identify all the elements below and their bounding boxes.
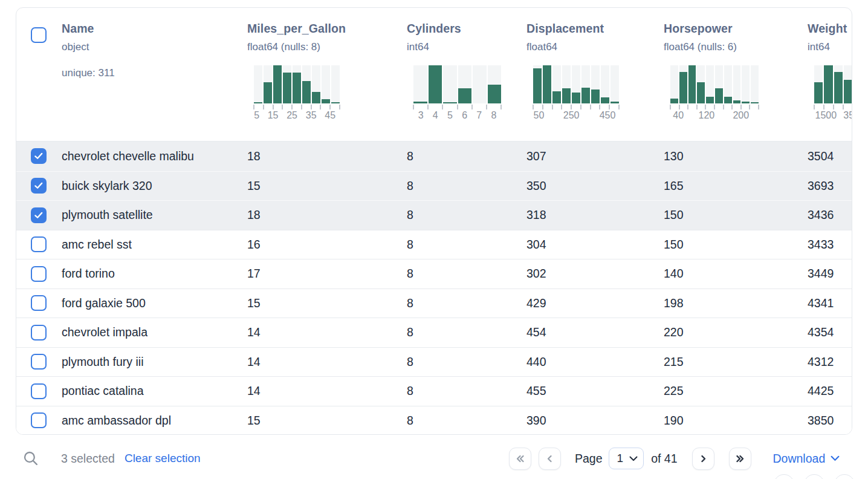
cell-weight: 3436 — [808, 201, 852, 230]
horsepower-histogram: 40120200 — [670, 65, 759, 122]
row-checkbox[interactable] — [31, 412, 47, 428]
mpg-histogram: 515253545 — [254, 65, 340, 122]
cell-horsepower: 225 — [664, 377, 808, 406]
download-button[interactable]: Download — [773, 452, 840, 466]
cell-horsepower: 220 — [664, 318, 808, 347]
row-name-cell: plymouth fury iii — [16, 348, 247, 377]
column-type: object — [62, 41, 115, 53]
column-title: Miles_per_Gallon — [247, 21, 407, 36]
cell-cylinders: 8 — [407, 318, 526, 347]
row-name: amc rebel sst — [62, 238, 132, 252]
table-row[interactable]: buick skylark 320 15 8 350 165 3693 — [16, 171, 852, 201]
row-checkbox[interactable] — [31, 383, 47, 399]
cell-weight: 3693 — [808, 172, 852, 201]
header-cell-name: Name object unique: 311 — [16, 8, 247, 141]
row-checkbox[interactable] — [31, 148, 47, 164]
row-name-cell: ford torino — [16, 259, 247, 288]
clear-selection-link[interactable]: Clear selection — [125, 452, 201, 465]
select-all-checkbox[interactable] — [31, 27, 47, 43]
header-cell-weight: Weight int64 15003500 — [808, 8, 852, 141]
cell-weight: 4425 — [808, 377, 852, 406]
cell-cylinders: 8 — [407, 142, 526, 171]
column-title: Weight — [808, 21, 852, 36]
column-title: Horsepower — [664, 21, 808, 36]
cell-displacement: 350 — [526, 172, 664, 201]
column-type: float64 (nulls: 6) — [664, 41, 808, 53]
table-row[interactable]: chevrolet impala 14 8 454 220 4354 — [16, 318, 852, 347]
cell-cylinders: 8 — [407, 406, 526, 435]
row-name: plymouth satellite — [62, 208, 153, 222]
cell-horsepower: 140 — [664, 259, 808, 288]
row-name-cell: chevrolet chevelle malibu — [16, 142, 247, 171]
cell-horsepower: 215 — [664, 348, 808, 377]
column-title: Displacement — [526, 21, 664, 36]
table-card: Name object unique: 311 Miles_per_Gallon… — [16, 7, 852, 435]
table-row[interactable]: plymouth satellite 18 8 318 150 3436 — [16, 200, 852, 230]
cell-horsepower: 165 — [664, 172, 808, 201]
row-name-cell: plymouth satellite — [16, 201, 247, 230]
hidden-action-button[interactable] — [804, 474, 824, 479]
check-icon — [33, 210, 44, 221]
search-icon[interactable] — [23, 451, 39, 467]
page-total-label: of 41 — [651, 452, 677, 466]
page-select[interactable]: 1 — [609, 448, 644, 469]
chevron-left-icon — [544, 453, 555, 464]
page-select-value: 1 — [617, 452, 624, 465]
cell-displacement: 302 — [526, 259, 664, 288]
pagination: Page 1 of 41 Download — [509, 443, 840, 474]
hidden-action-button[interactable] — [774, 474, 794, 479]
next-page-button[interactable] — [692, 448, 714, 470]
row-checkbox[interactable] — [31, 178, 47, 194]
cell-mpg: 15 — [247, 406, 407, 435]
table-row[interactable]: chevrolet chevelle malibu 18 8 307 130 3… — [16, 142, 852, 171]
footer-selection: 3 selected Clear selection — [23, 443, 201, 474]
check-icon — [33, 151, 44, 161]
download-label: Download — [773, 452, 826, 466]
table-row[interactable]: ford torino 17 8 302 140 3449 — [16, 259, 852, 288]
table-row[interactable]: ford galaxie 500 15 8 429 198 4341 — [16, 288, 852, 318]
selected-count: 3 selected — [61, 452, 115, 466]
cell-displacement: 455 — [526, 377, 664, 406]
hidden-action-button[interactable] — [834, 474, 855, 479]
row-name: ford torino — [62, 267, 115, 281]
cell-displacement: 304 — [526, 230, 664, 259]
page-label: Page — [575, 452, 603, 466]
row-checkbox[interactable] — [31, 354, 47, 370]
first-page-button[interactable] — [509, 448, 531, 470]
column-type: float64 (nulls: 8) — [247, 41, 407, 53]
data-table-widget: Name object unique: 311 Miles_per_Gallon… — [0, 0, 868, 479]
header-cell-mpg: Miles_per_Gallon float64 (nulls: 8) 5152… — [247, 8, 407, 141]
row-name: ford galaxie 500 — [62, 296, 146, 310]
cell-mpg: 18 — [247, 201, 407, 230]
table-row[interactable]: amc ambassador dpl 15 8 390 190 3850 — [16, 406, 852, 435]
cell-horsepower: 130 — [664, 142, 808, 171]
check-icon — [33, 180, 44, 191]
chevrons-left-icon — [514, 453, 526, 464]
cell-weight: 3504 — [808, 142, 852, 171]
table-row[interactable]: plymouth fury iii 14 8 440 215 4312 — [16, 347, 852, 377]
cell-mpg: 14 — [247, 377, 407, 406]
cell-cylinders: 8 — [407, 348, 526, 377]
weight-histogram: 15003500 — [814, 65, 852, 122]
row-checkbox[interactable] — [31, 236, 47, 252]
row-checkbox[interactable] — [31, 266, 47, 282]
cell-cylinders: 8 — [407, 377, 526, 406]
row-checkbox[interactable] — [31, 207, 47, 223]
cell-mpg: 16 — [247, 230, 407, 259]
row-name-cell: amc ambassador dpl — [16, 406, 247, 435]
cell-mpg: 17 — [247, 259, 407, 288]
displacement-histogram: 50250450 — [533, 65, 619, 122]
cell-displacement: 390 — [526, 406, 664, 435]
table-row[interactable]: amc rebel sst 16 8 304 150 3433 — [16, 230, 852, 259]
row-checkbox[interactable] — [31, 295, 47, 311]
last-page-button[interactable] — [729, 448, 751, 470]
row-checkbox[interactable] — [31, 325, 47, 341]
cell-displacement: 440 — [526, 348, 664, 377]
prev-page-button[interactable] — [539, 448, 561, 470]
row-name: plymouth fury iii — [62, 355, 143, 369]
row-name-cell: chevrolet impala — [16, 318, 247, 347]
cell-horsepower: 190 — [664, 406, 808, 435]
cell-horsepower: 198 — [664, 289, 808, 318]
cell-displacement: 307 — [526, 142, 664, 171]
table-row[interactable]: pontiac catalina 14 8 455 225 4425 — [16, 376, 852, 406]
